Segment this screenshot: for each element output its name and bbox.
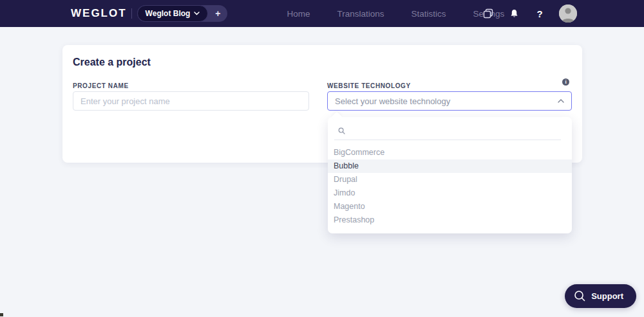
dropdown-search-input[interactable] xyxy=(349,127,561,136)
website-technology-select[interactable]: Select your website technology xyxy=(327,91,572,111)
project-name-input[interactable] xyxy=(73,91,309,111)
notifications-button[interactable] xyxy=(507,7,520,20)
project-selector[interactable]: Weglot Blog + xyxy=(137,5,228,22)
bell-icon xyxy=(509,8,520,19)
top-navbar: WEGLOT Weglot Blog + Home Translations S… xyxy=(0,0,644,27)
option-jimdo[interactable]: Jimdo xyxy=(328,186,572,200)
question-mark-icon: ? xyxy=(536,8,542,19)
nav-right-icons: ? xyxy=(482,0,577,27)
technology-option-list: BigCommerce Bubble Drupal Jimdo Magento … xyxy=(328,146,572,227)
website-technology-label: WEBSITE TECHNOLOGY xyxy=(327,82,411,89)
corner-artifact xyxy=(0,313,3,316)
info-icon[interactable]: i xyxy=(562,78,569,86)
search-help-icon xyxy=(574,290,586,302)
project-selector-current[interactable]: Weglot Blog xyxy=(137,5,209,22)
help-button[interactable]: ? xyxy=(533,7,546,20)
option-bubble[interactable]: Bubble xyxy=(328,159,572,173)
chevron-down-icon xyxy=(194,12,200,15)
project-name-label: PROJECT NAME xyxy=(73,82,129,89)
search-icon xyxy=(338,127,345,134)
nav-link-translations[interactable]: Translations xyxy=(337,9,384,19)
nav-link-home[interactable]: Home xyxy=(287,9,310,19)
nav-link-statistics[interactable]: Statistics xyxy=(411,9,446,19)
add-project-button[interactable]: + xyxy=(208,5,227,22)
weglot-logo: WEGLOT xyxy=(71,7,127,20)
chevron-up-icon xyxy=(558,99,564,103)
option-prestashop[interactable]: Prestashop xyxy=(328,213,572,227)
logo-divider xyxy=(131,8,132,19)
nav-links: Home Translations Statistics Settings xyxy=(287,9,504,19)
copy-squares-icon xyxy=(482,8,494,19)
project-selector-label: Weglot Blog xyxy=(146,9,191,18)
person-silhouette-icon xyxy=(559,5,577,23)
projects-grid-icon[interactable] xyxy=(482,7,495,20)
select-placeholder: Select your website technology xyxy=(335,96,450,106)
support-button[interactable]: Support xyxy=(565,284,636,308)
support-button-label: Support xyxy=(591,291,623,301)
page-title: Create a project xyxy=(73,57,151,68)
option-magento[interactable]: Magento xyxy=(328,200,572,213)
option-bigcommerce[interactable]: BigCommerce xyxy=(328,146,572,159)
dropdown-search-row xyxy=(334,122,561,140)
technology-dropdown: BigCommerce Bubble Drupal Jimdo Magento … xyxy=(328,117,572,233)
option-drupal[interactable]: Drupal xyxy=(328,173,572,186)
user-avatar[interactable] xyxy=(559,5,577,23)
